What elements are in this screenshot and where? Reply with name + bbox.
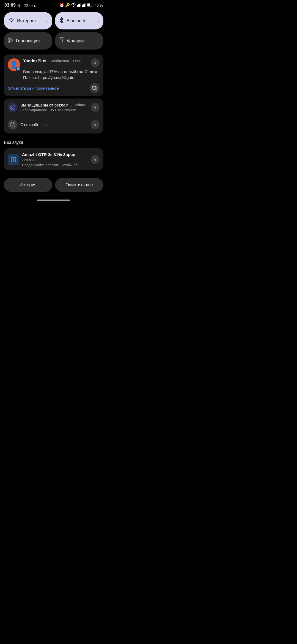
svg-point-11 <box>11 21 12 22</box>
tile-flashlight[interactable]: Фонарик <box>55 32 103 50</box>
tile-geolocation-label: Геолокация <box>16 39 40 43</box>
status-bar: 03:09 Вт, 22 окт. ⏰ 🔑 <box>0 0 107 10</box>
amazfit-expand-btn[interactable]: ∨ <box>91 155 100 164</box>
history-button[interactable]: История <box>4 178 52 192</box>
tile-flashlight-label: Фонарик <box>67 39 85 43</box>
tile-bluetooth-arrow: › <box>98 19 99 23</box>
yandexplus-collapse-btn[interactable]: ∧ <box>91 58 100 67</box>
notification-yandexplus: 👤 YandexPlus · Сообщения · 3 мин. ∧ Ваша… <box>4 54 103 96</box>
tile-bluetooth-label: Bluetooth <box>67 18 85 23</box>
yandexplus-text: Ваша скидка 37% на целый год Яндекс Плюс… <box>23 69 100 80</box>
dnd-expand-btn[interactable]: ∨ <box>91 120 100 129</box>
adblock-title: Вы защищены от реклам... <box>20 103 72 107</box>
dnd-icon: z z <box>8 120 18 130</box>
svg-rect-1 <box>77 5 78 7</box>
svg-point-0 <box>73 6 74 7</box>
adblock-time: Сейчас <box>73 103 86 107</box>
amazfit-title: Amazfit GTR 2e 31% Заряд <box>22 152 75 157</box>
yandexplus-meta: · Сообщения · 3 мин. <box>48 59 82 63</box>
yandexplus-content: YandexPlus · Сообщения · 3 мин. ∧ Ваша с… <box>23 58 100 80</box>
quick-tiles: Интернет › Bluetooth › Геолокация <box>0 10 107 53</box>
svg-rect-4 <box>80 3 81 7</box>
mark-read-button[interactable]: Отметить как прочитанное <box>8 86 59 91</box>
amazfit-row: Σ Amazfit GTR 2e 31% Заряд · 20 мин. Про… <box>8 152 100 167</box>
svg-rect-10 <box>87 4 90 6</box>
yandexplus-app-name: YandexPlus <box>23 58 46 63</box>
tile-internet-arrow: › <box>46 19 48 23</box>
svg-rect-18 <box>61 40 63 42</box>
amazfit-sub: Продолжайте работать, чтобы об... <box>22 163 88 167</box>
amazfit-time: · 20 мин. <box>22 158 36 162</box>
notification-dnd: z z Отключён · 2 ч. ∨ <box>4 116 103 133</box>
svg-rect-20 <box>92 86 96 89</box>
status-date: Вт, 22 окт. <box>17 3 36 8</box>
alarm-icon: ⏰ <box>59 3 64 7</box>
tile-internet[interactable]: Интернет › <box>4 12 52 29</box>
flashlight-icon <box>59 37 64 45</box>
adblock-expand-btn[interactable]: ∨ <box>91 103 100 112</box>
bluetooth-icon <box>59 17 64 24</box>
tile-internet-label: Интернет <box>17 18 36 23</box>
amazfit-content: Amazfit GTR 2e 31% Заряд · 20 мин. Продо… <box>22 152 88 167</box>
svg-rect-8 <box>85 3 86 7</box>
amazfit-icon: Σ <box>8 154 19 165</box>
signal-bar-icon <box>77 3 81 8</box>
notification-amazfit: Σ Amazfit GTR 2e 31% Заряд · 20 мин. Про… <box>4 148 103 170</box>
silent-section-label: Без звука <box>0 137 107 147</box>
notifications-section: 👤 YandexPlus · Сообщения · 3 мин. ∧ Ваша… <box>0 53 107 137</box>
screenshot-button[interactable] <box>90 83 100 93</box>
battery-icon <box>87 3 94 7</box>
home-indicator <box>0 197 107 204</box>
status-time: 03:09 <box>4 3 16 8</box>
svg-rect-2 <box>78 4 79 7</box>
yandexplus-avatar: 👤 <box>8 58 20 71</box>
dnd-text: Отключён · 2 ч. <box>20 122 88 127</box>
internet-wifi-icon <box>8 18 14 24</box>
geolocation-icon <box>8 37 13 45</box>
adblock-icon <box>8 102 18 112</box>
svg-rect-5 <box>82 5 83 7</box>
notification-compact-block: Вы защищены от реклам... Сейчас Заблокир… <box>4 99 103 133</box>
wifi-signal-icon <box>71 3 76 8</box>
svg-point-21 <box>10 105 15 110</box>
signal-bar2-icon <box>82 3 86 8</box>
yandexplus-badge <box>16 67 20 71</box>
tile-geolocation[interactable]: Геолокация <box>4 32 52 50</box>
dnd-title: Отключён <box>20 122 41 127</box>
svg-rect-3 <box>79 4 80 7</box>
silent-notifications-section: Σ Amazfit GTR 2e 31% Заряд · 20 мин. Про… <box>0 147 107 174</box>
svg-rect-7 <box>84 4 85 7</box>
svg-text:Σ: Σ <box>13 158 15 161</box>
clear-all-button[interactable]: Очистить все <box>55 178 103 192</box>
yandexplus-actions: Отметить как прочитанное <box>8 83 100 93</box>
dnd-time: · 2 ч. <box>41 123 48 127</box>
notification-adblock: Вы защищены от реклам... Сейчас Заблокир… <box>4 99 103 116</box>
svg-text:z: z <box>13 122 14 125</box>
key-icon: 🔑 <box>65 3 70 7</box>
svg-rect-6 <box>83 4 84 7</box>
svg-marker-17 <box>61 38 63 40</box>
tile-bluetooth[interactable]: Bluetooth › <box>55 12 103 29</box>
bottom-buttons: История Очистить все <box>0 174 107 197</box>
home-bar <box>37 200 70 201</box>
battery-percent: 46 % <box>95 3 103 7</box>
adblock-text: Вы защищены от реклам... Сейчас Заблокир… <box>20 103 88 112</box>
adblock-sub: Заблокировано: 195 тыс Сэконом... <box>20 108 88 112</box>
